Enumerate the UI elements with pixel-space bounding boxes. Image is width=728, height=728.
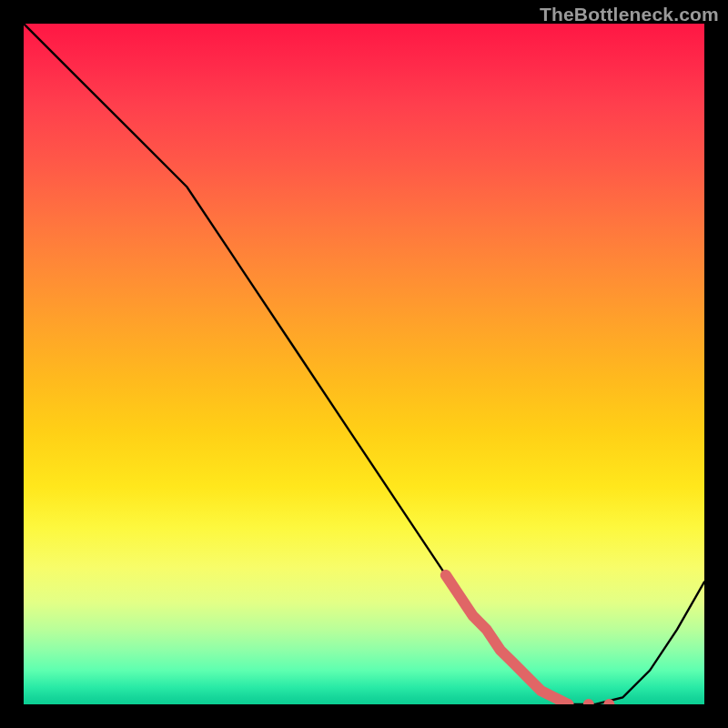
highlight-segment <box>446 575 569 704</box>
chart-frame: TheBottleneck.com <box>0 0 728 728</box>
plot-area <box>24 24 704 704</box>
highlight-points <box>562 699 614 704</box>
bottleneck-curve <box>24 24 704 704</box>
watermark-text: TheBottleneck.com <box>540 4 719 25</box>
highlight-point <box>583 699 594 704</box>
curve-layer <box>24 24 704 704</box>
